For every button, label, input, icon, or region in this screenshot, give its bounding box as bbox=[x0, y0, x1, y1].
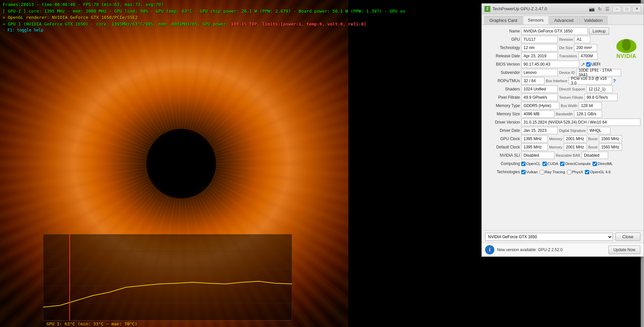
die-size-label: Die Size bbox=[559, 46, 573, 50]
tab-validation[interactable]: Validation bbox=[579, 16, 608, 25]
opencl-item: OpenCL bbox=[521, 162, 540, 166]
bios-field: 90.17.45.00.43 bbox=[521, 61, 579, 68]
directx-label: DirectX Support bbox=[559, 87, 585, 91]
cuda-label: CUDA bbox=[547, 162, 558, 166]
memory-size-field: 4096 MB bbox=[521, 110, 554, 118]
update-text: New version available: GPU-Z 2.52.0 bbox=[497, 247, 606, 252]
rops-field: 32 / 64 bbox=[521, 77, 544, 84]
nvidia-sli-label: NVIDIA SLI bbox=[485, 153, 520, 158]
bios-row: BIOS Version 90.17.45.00.43 ↗ UEFI bbox=[485, 61, 640, 68]
boost-label: Boost bbox=[588, 137, 598, 141]
directcompute-label: DirectCompute bbox=[565, 162, 591, 166]
vulkan-label: Vulkan bbox=[526, 170, 538, 174]
boost-field: 1560 MHz bbox=[599, 135, 622, 142]
name-label: Name bbox=[485, 29, 520, 33]
gpu-field: TU117 bbox=[521, 36, 558, 43]
bottom-bar: NVIDIA GeForce GTX 1650 Close bbox=[482, 230, 644, 243]
ray-tracing-checkbox[interactable] bbox=[540, 170, 544, 174]
bus-width-field: 128 bit bbox=[579, 102, 602, 109]
shaders-label: Shaders bbox=[485, 87, 520, 91]
close-button[interactable]: Close bbox=[615, 233, 640, 241]
update-now-button[interactable]: Update Now bbox=[608, 245, 640, 254]
directcompute-checkbox[interactable] bbox=[560, 162, 564, 166]
title-bar: Z TechPowerUp GPU-Z 2.47.0 📷 ↻ ☰ − □ ✕ bbox=[482, 4, 644, 14]
texture-fillrate-field: 99.8 GTex/s bbox=[584, 94, 617, 101]
opengl-label: OpenGL 4.6 bbox=[590, 170, 610, 174]
title-tools: 📷 ↻ ☰ bbox=[588, 6, 610, 12]
memory-type-label: Memory Type bbox=[485, 103, 520, 108]
opengl-checkbox[interactable] bbox=[585, 170, 589, 174]
device-id-label: Device ID bbox=[559, 71, 575, 75]
revision-label: Revision bbox=[559, 37, 573, 41]
temperature-graph: GPU 1: 63°C (min: 33°C – max: 70°C) bbox=[43, 234, 292, 327]
computing-row: Computing OpenCL CUDA DirectCompute Dire… bbox=[485, 160, 640, 167]
memory-size-row: Memory Size 4096 MB Bandwidth 128.1 GB/s bbox=[485, 110, 640, 118]
opengl-item: OpenGL 4.6 bbox=[585, 170, 610, 174]
boost2-label: Boost bbox=[588, 145, 598, 149]
technology-label: Technology bbox=[485, 45, 520, 50]
ray-tracing-label: Ray Tracing bbox=[545, 170, 565, 174]
gpu-dropdown[interactable]: NVIDIA GeForce GTX 1650 bbox=[485, 233, 613, 241]
texture-fillrate-label: Texture Fillrate bbox=[559, 95, 583, 99]
resizable-bar-field: Disabled bbox=[582, 152, 608, 159]
bus-interface-field: PCIe x16 3.0 @ x16 3.0 bbox=[569, 77, 612, 84]
subvendor-row: Subvendor Lenovo Device ID 10DE 1F91 - 1… bbox=[485, 69, 640, 76]
directml-label: DirectML bbox=[598, 162, 613, 166]
directx-field: 12 (12_1) bbox=[586, 85, 613, 93]
default-clock-row: Default Clock 1395 MHz Memory 2001 MHz B… bbox=[485, 143, 640, 151]
bus-width-label: Bus Width bbox=[561, 104, 577, 108]
release-date-field: Apr 23, 2019 bbox=[521, 52, 558, 60]
memory-size-label: Memory Size bbox=[485, 112, 520, 116]
hud-line1: Frames:28013 - time:00:06:40 - FPS:70 (m… bbox=[3, 1, 405, 8]
tab-graphics-card[interactable]: Graphics Card bbox=[484, 16, 522, 25]
tab-advanced[interactable]: Advanced bbox=[549, 16, 579, 25]
transistors-field: 4700M bbox=[578, 52, 598, 60]
technologies-row: Technologies Vulkan Ray Tracing PhysX Op… bbox=[485, 168, 640, 176]
technology-row: Technology 12 nm Die Size 200 mm² bbox=[485, 44, 640, 51]
technologies-label: Technologies bbox=[485, 170, 520, 174]
gpu-label: GPU bbox=[485, 37, 520, 42]
bus-interface-help[interactable]: ? bbox=[613, 78, 616, 83]
resizable-bar-label: Resizable BAR bbox=[556, 153, 580, 157]
window-close-button[interactable]: ✕ bbox=[632, 6, 641, 12]
bios-label: BIOS Version bbox=[485, 62, 520, 67]
svg-text:GPU 1: 63°C (min: 33°C – max: : GPU 1: 63°C (min: 33°C – max: 70°C) bbox=[46, 321, 137, 326]
directml-checkbox[interactable] bbox=[593, 162, 597, 166]
refresh-icon[interactable]: ↻ bbox=[597, 6, 603, 12]
minimize-button[interactable]: − bbox=[612, 6, 621, 12]
tab-sensors[interactable]: Sensors bbox=[523, 16, 549, 25]
hud-line3: > OpenGL renderer: NVIDIA GeForce GTX 16… bbox=[3, 14, 405, 21]
driver-version-label: Driver Version bbox=[485, 120, 520, 125]
vulkan-checkbox[interactable] bbox=[521, 170, 526, 174]
gpu-clock-row: GPU Clock 1395 MHz Memory 2001 MHz Boost… bbox=[485, 135, 640, 142]
bios-export-icon[interactable]: ↗ bbox=[581, 61, 585, 68]
opencl-label: OpenCL bbox=[526, 162, 540, 166]
physx-label: PhysX bbox=[572, 170, 583, 174]
svg-rect-22 bbox=[43, 234, 292, 320]
cuda-checkbox[interactable] bbox=[542, 162, 547, 166]
maximize-button[interactable]: □ bbox=[622, 6, 631, 12]
camera-icon[interactable]: 📷 bbox=[588, 6, 596, 12]
vulkan-item: Vulkan bbox=[521, 170, 538, 174]
lookup-button[interactable]: Lookup bbox=[589, 27, 609, 35]
bandwidth-label: Bandwidth bbox=[556, 112, 573, 116]
shaders-row: Shaders 1024 Unified DirectX Support 12 … bbox=[485, 85, 640, 93]
release-date-row: Release Date Apr 23, 2019 Transistors 47… bbox=[485, 52, 640, 60]
uefi-label: UEFI bbox=[591, 62, 600, 67]
physx-checkbox[interactable] bbox=[567, 170, 571, 174]
revision-field: A1 bbox=[574, 36, 590, 43]
rops-label: ROPs/TMUs bbox=[485, 79, 520, 83]
menu-icon[interactable]: ☰ bbox=[604, 6, 610, 12]
device-id-field: 10DE 1F91 - 17AA 3A41 bbox=[576, 69, 621, 76]
tab-bar: Graphics Card Sensors Advanced Validatio… bbox=[482, 14, 644, 25]
uefi-checkbox[interactable] bbox=[586, 62, 591, 67]
driver-date-row: Driver Date Jan 15, 2023 Digital Signatu… bbox=[485, 127, 640, 134]
hud-line4: > GPU 1 (NVIDIA GeForce GTX 1650) - core… bbox=[3, 21, 405, 27]
name-row: Name NVIDIA GeForce GTX 1650 Lookup bbox=[485, 27, 640, 35]
computing-label: Computing bbox=[485, 161, 520, 166]
bus-interface-label: Bus Interface bbox=[546, 79, 567, 83]
directml-item: DirectML bbox=[593, 162, 613, 166]
technology-field: 12 nm bbox=[521, 44, 558, 51]
opencl-checkbox[interactable] bbox=[521, 162, 526, 166]
physx-item: PhysX bbox=[567, 170, 583, 174]
